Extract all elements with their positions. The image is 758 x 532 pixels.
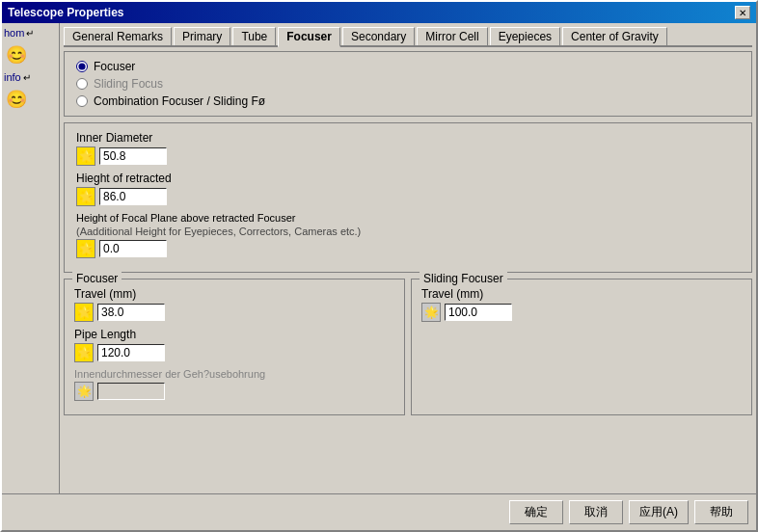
sliding-travel-input-wrap: 🌟 (421, 303, 742, 322)
pipe-icon: 🌟 (74, 343, 94, 362)
radio-item-combination: Combination Focuser / Sliding Fø (76, 94, 740, 108)
field-height-retracted: Hieght of retracted 🌟 (76, 172, 740, 206)
inner-diameter-icon: 🌟 (76, 146, 95, 166)
sliding-travel-field: Travel (mm) 🌟 (421, 287, 742, 322)
tab-mirror-cell[interactable]: Mirror Cell (417, 27, 487, 45)
pipe-input[interactable] (97, 344, 165, 361)
height-retracted-input-wrap: 🌟 (76, 187, 740, 206)
sliding-travel-input[interactable] (445, 304, 512, 321)
innendurch-input[interactable] (97, 383, 165, 400)
tab-eyepieces[interactable]: Eyepieces (490, 27, 560, 45)
home-icon: 😊 (4, 42, 29, 67)
info-label: info (4, 71, 21, 83)
pipe-input-wrap: 🌟 (74, 343, 394, 362)
focuser-type-group: Focuser Sliding Focus Combination Focuse… (64, 51, 752, 117)
height-focal-input[interactable] (99, 240, 167, 257)
field-inner-diameter: Inner Diameter 🌟 (76, 131, 740, 166)
height-focal-input-wrap: 🌟 (76, 239, 740, 258)
sidebar-item-home[interactable]: hom ↵ (4, 27, 57, 39)
radio-combination[interactable] (76, 95, 88, 107)
radio-focuser-label: Focuser (94, 60, 135, 73)
help-button[interactable]: 帮助 (694, 500, 748, 524)
ok-button[interactable]: 确定 (509, 500, 563, 524)
main-window: Telescope Properties ✕ hom ↵ 😊 info ↵ 😊 … (0, 0, 758, 532)
cancel-button[interactable]: 取消 (569, 500, 623, 524)
innendurch-icon: 🌟 (74, 382, 94, 401)
travel-input[interactable] (97, 304, 165, 321)
sliding-travel-label: Travel (mm) (421, 287, 742, 301)
travel-input-wrap: 🌟 (74, 303, 394, 322)
tab-tube[interactable]: Tube (232, 27, 276, 45)
home-label: hom (4, 27, 24, 39)
radio-sliding-label: Sliding Focus (94, 77, 163, 91)
tab-general[interactable]: General Remarks (64, 27, 172, 45)
travel-field: Travel (mm) 🌟 (74, 287, 394, 322)
main-panel: General Remarks Primary Tube Focuser Sec… (60, 23, 756, 493)
sliding-travel-icon: 🌟 (421, 303, 441, 322)
sidebar: hom ↵ 😊 info ↵ 😊 (2, 23, 60, 493)
tabs-bar: General Remarks Primary Tube Focuser Sec… (64, 27, 752, 47)
inner-diameter-input[interactable] (99, 147, 167, 165)
inner-diameter-label: Inner Diameter (76, 131, 740, 145)
height-focal-sublabel: (Aadditional Height for Eyepieces, Corre… (76, 226, 740, 237)
info-arrow-icon: ↵ (23, 72, 31, 83)
focuser-box-title: Focuser (72, 272, 122, 285)
innendurch-label: Innendurchmesser der Geh?usebohrung (74, 368, 394, 380)
radio-combination-label: Combination Focuser / Sliding Fø (94, 94, 265, 108)
two-col-groups: Focuser Travel (mm) 🌟 Pipe Length 🌟 (64, 279, 752, 415)
tab-secondary[interactable]: Secondary (342, 27, 415, 45)
radio-item-focuser: Focuser (76, 60, 740, 73)
radio-sliding[interactable] (76, 78, 88, 90)
tab-content-focuser: Focuser Sliding Focus Combination Focuse… (64, 51, 752, 490)
window-title: Telescope Properties (8, 6, 124, 19)
focuser-box: Focuser Travel (mm) 🌟 Pipe Length 🌟 (64, 279, 405, 415)
tab-focuser[interactable]: Focuser (278, 27, 340, 47)
innendurch-input-wrap: 🌟 (74, 382, 394, 401)
radio-item-sliding: Sliding Focus (76, 77, 740, 91)
content-area: hom ↵ 😊 info ↵ 😊 General Remarks Primary… (2, 23, 756, 493)
bottom-bar: 确定 取消 应用(A) 帮助 (2, 493, 756, 530)
apply-button[interactable]: 应用(A) (629, 500, 689, 524)
sliding-focuser-box-title: Sliding Focuser (420, 272, 507, 285)
travel-icon: 🌟 (74, 303, 94, 322)
sidebar-item-info[interactable]: info ↵ (4, 71, 57, 83)
radio-focuser[interactable] (76, 61, 88, 72)
home-arrow-icon: ↵ (26, 28, 34, 39)
innendurch-field: Innendurchmesser der Geh?usebohrung 🌟 (74, 368, 394, 401)
tab-gravity[interactable]: Center of Gravity (562, 27, 667, 45)
travel-label: Travel (mm) (74, 287, 394, 301)
info-icon: 😊 (4, 87, 29, 112)
height-retracted-label: Hieght of retracted (76, 172, 740, 185)
height-retracted-icon: 🌟 (76, 187, 95, 206)
title-bar: Telescope Properties ✕ (2, 2, 756, 23)
height-focal-label: Height of Focal Plane above retracted Fo… (76, 212, 740, 224)
height-retracted-input[interactable] (99, 188, 167, 205)
close-button[interactable]: ✕ (735, 6, 750, 19)
pipe-field: Pipe Length 🌟 (74, 328, 394, 362)
sliding-focuser-box: Sliding Focuser Travel (mm) 🌟 (411, 279, 752, 415)
height-focal-icon: 🌟 (76, 239, 95, 258)
fields-group: Inner Diameter 🌟 Hieght of retracted 🌟 (64, 122, 752, 273)
pipe-label: Pipe Length (74, 328, 394, 341)
field-height-focal: Height of Focal Plane above retracted Fo… (76, 212, 740, 258)
inner-diameter-input-wrap: 🌟 (76, 146, 740, 166)
tab-primary[interactable]: Primary (174, 27, 230, 45)
